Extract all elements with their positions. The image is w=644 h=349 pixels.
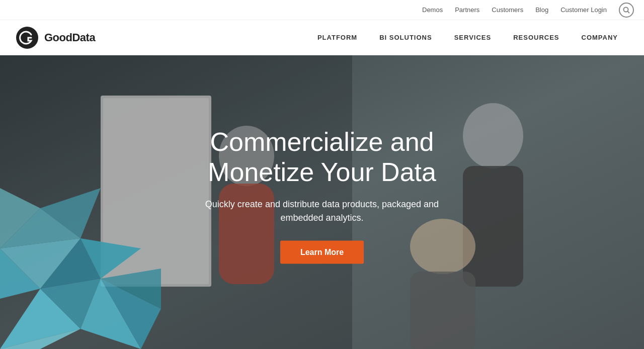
search-icon xyxy=(623,7,630,14)
hero-section: Commercialize and Monetize Your Data Qui… xyxy=(0,55,644,349)
svg-rect-10 xyxy=(410,272,475,349)
svg-rect-8 xyxy=(463,166,523,287)
customer-login-link[interactable]: Customer Login xyxy=(560,6,607,14)
svg-point-0 xyxy=(624,7,628,12)
blog-link[interactable]: Blog xyxy=(535,6,548,14)
partners-link[interactable]: Partners xyxy=(455,6,479,14)
logo-link[interactable]: GoodData xyxy=(15,26,95,50)
geometric-shapes xyxy=(0,188,161,349)
nav-item-resources: RESOURCES xyxy=(502,34,570,41)
nav-link-services[interactable]: SERVICES xyxy=(443,34,503,41)
main-nav-links: PLATFORM BI SOLUTIONS SERVICES RESOURCES… xyxy=(306,34,629,41)
nav-item-platform: PLATFORM xyxy=(306,34,368,41)
hero-subtext: Quickly create and distribute data produ… xyxy=(196,197,448,224)
hero-heading: Commercialize and Monetize Your Data xyxy=(196,127,448,188)
hero-content: Commercialize and Monetize Your Data Qui… xyxy=(196,127,448,264)
utility-bar: Demos Partners Customers Blog Customer L… xyxy=(0,0,644,20)
nav-link-bi-solutions[interactable]: BI SOLUTIONS xyxy=(368,34,443,41)
customers-link[interactable]: Customers xyxy=(492,6,523,14)
logo-text: GoodData xyxy=(44,31,95,44)
nav-link-resources[interactable]: RESOURCES xyxy=(502,34,570,41)
main-nav: GoodData PLATFORM BI SOLUTIONS SERVICES … xyxy=(0,20,644,55)
learn-more-button[interactable]: Learn More xyxy=(280,240,364,264)
nav-link-platform[interactable]: PLATFORM xyxy=(306,34,368,41)
geo-svg xyxy=(0,188,161,349)
nav-link-company[interactable]: COMPANY xyxy=(571,34,629,41)
logo-icon xyxy=(15,26,39,50)
nav-item-company: COMPANY xyxy=(571,34,629,41)
search-button[interactable] xyxy=(619,3,634,18)
demos-link[interactable]: Demos xyxy=(422,6,443,14)
svg-point-7 xyxy=(463,103,523,168)
svg-line-1 xyxy=(628,11,630,13)
nav-item-bi-solutions: BI SOLUTIONS xyxy=(368,34,443,41)
nav-item-services: SERVICES xyxy=(443,34,503,41)
